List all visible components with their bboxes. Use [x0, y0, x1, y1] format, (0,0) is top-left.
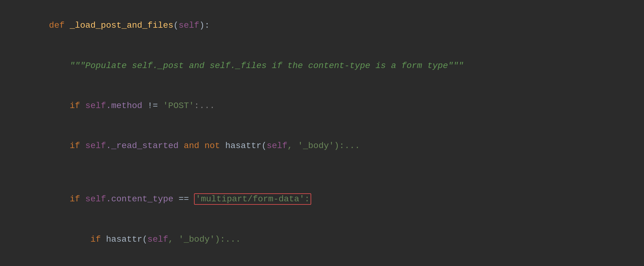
- self-keyword: self: [179, 21, 199, 30]
- indent: [49, 101, 70, 111]
- keyword-if: if: [70, 194, 80, 204]
- code-line-6: if self.content_type == 'multipart/form-…: [0, 179, 644, 219]
- space: [80, 194, 85, 204]
- attr: .content_type: [106, 194, 173, 204]
- self-kw: self: [85, 141, 106, 151]
- keyword-if: if: [70, 141, 80, 151]
- string-multipart: 'multipart/form-data':: [196, 194, 310, 204]
- space: [199, 141, 204, 151]
- comment: :...: [194, 101, 215, 111]
- keyword-and: and: [184, 141, 199, 151]
- code-line-3: if self.method != 'POST':...: [0, 86, 644, 126]
- line-content: """Populate self._post and self._files i…: [18, 46, 644, 86]
- function-name: _load_post_and_files: [70, 21, 173, 30]
- code-block: def _load_post_and_files(self): """Popul…: [0, 0, 644, 266]
- line-content: [18, 166, 644, 179]
- line-content: def _load_post_and_files(self):: [18, 6, 644, 46]
- space: [80, 141, 85, 151]
- keyword-if: if: [90, 235, 101, 244]
- paren: (: [173, 21, 179, 30]
- highlight-multipart: 'multipart/form-data':: [194, 193, 311, 205]
- self-kw: self: [147, 235, 168, 244]
- line-content: if self.method != 'POST':...: [18, 86, 644, 126]
- op: ==: [173, 194, 194, 204]
- attr: ._read_started: [106, 141, 184, 151]
- string: , '_body'):...: [168, 235, 241, 244]
- keyword-def: def: [49, 21, 70, 30]
- indent: [49, 235, 90, 244]
- docstring: """Populate self._post and self._files i…: [49, 61, 464, 71]
- code-line-8: else:: [0, 259, 644, 266]
- code-line-5: [0, 166, 644, 179]
- line-content: if hasattr(self, '_body'):...: [18, 219, 644, 259]
- string: , '_body'):...: [287, 141, 360, 151]
- indent: [49, 194, 70, 204]
- keyword-not: not: [204, 141, 220, 151]
- self-kw: self: [267, 141, 287, 151]
- space: hasattr(: [220, 141, 266, 151]
- paren: ):: [199, 21, 210, 30]
- line-content: else:: [18, 259, 644, 266]
- space: [80, 101, 85, 111]
- code-line-2: """Populate self._post and self._files i…: [0, 46, 644, 86]
- self-kw: self: [85, 101, 106, 111]
- op: !=: [142, 101, 163, 111]
- indent: [49, 141, 70, 151]
- line-content: if self._read_started and not hasattr(se…: [18, 126, 644, 166]
- code-line-4: if self._read_started and not hasattr(se…: [0, 126, 644, 166]
- self-kw: self: [85, 194, 106, 204]
- code-line-1: def _load_post_and_files(self):: [0, 6, 644, 46]
- attr: .method: [106, 101, 142, 111]
- code-line-7: if hasattr(self, '_body'):...: [0, 219, 644, 259]
- space: hasattr(: [101, 235, 147, 244]
- string: 'POST': [163, 101, 194, 111]
- line-content: if self.content_type == 'multipart/form-…: [18, 179, 644, 219]
- keyword-if: if: [70, 101, 80, 111]
